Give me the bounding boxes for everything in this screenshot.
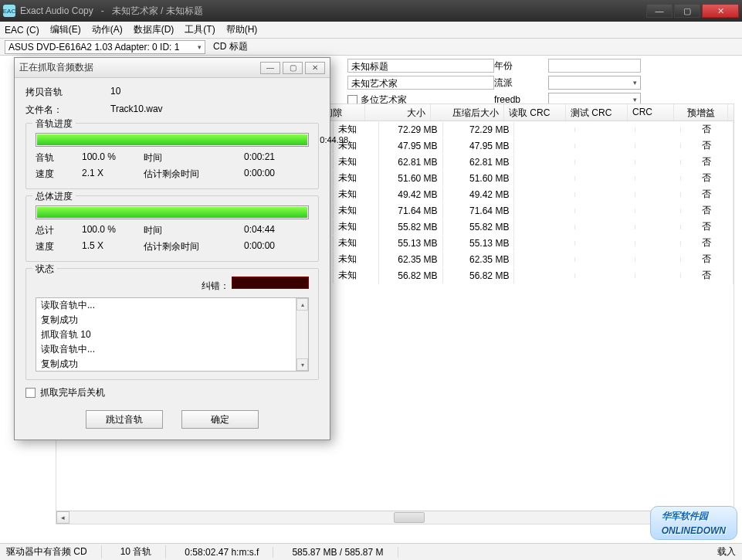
- window-title: Exact Audio Copy - 未知艺术家 / 未知标题: [20, 5, 646, 18]
- scroll-up-icon[interactable]: ▴: [296, 298, 308, 311]
- total-eta-label: 估计剩余时间: [144, 240, 221, 253]
- shutdown-checkbox[interactable]: [25, 388, 36, 398]
- scroll-left-icon[interactable]: ◂: [56, 511, 69, 524]
- year-input[interactable]: [548, 59, 641, 73]
- dialog-close-button[interactable]: ✕: [305, 62, 325, 74]
- status-group: 状态 纠错： 读取音轨中... 复制成功抓取音轨 10 读取音轨中... 复制成…: [25, 268, 319, 380]
- cd-title-label: CD 标题: [213, 40, 248, 53]
- menu-edit[interactable]: 编辑(E): [50, 23, 81, 36]
- log-scrollbar[interactable]: ▴ ▾: [296, 298, 308, 371]
- status-legend: 状态: [32, 263, 57, 276]
- col-tcrc[interactable]: 测试 CRC: [566, 104, 628, 120]
- menu-tools[interactable]: 工具(T): [185, 23, 215, 36]
- drive-select[interactable]: ASUS DVD-E616A2 1.03 Adapter: 0 ID: 1: [5, 40, 205, 54]
- dialog-maximize-button[interactable]: ▢: [283, 62, 303, 74]
- error-correction-label: 纠错：: [202, 280, 229, 291]
- log-listbox[interactable]: 读取音轨中... 复制成功抓取音轨 10 读取音轨中... 复制成功音频抓取已完…: [36, 297, 309, 372]
- horizontal-scrollbar[interactable]: ◂ ▸: [56, 511, 734, 524]
- speed-value: 2.1 X: [82, 168, 144, 181]
- scroll-thumb[interactable]: [394, 512, 425, 523]
- filename-value: Track10.wav: [110, 104, 163, 117]
- total-progress-legend: 总体进度: [32, 190, 76, 203]
- track-progress-group: 音轨进度 0:44.98 音轨 100.0 % 时间 0:00:21 速度 2.…: [25, 123, 319, 189]
- total-progress-group: 总体进度 总计 100.0 % 时间 0:04:44 速度 1.5 X 估计剩余…: [25, 195, 319, 262]
- log-line[interactable]: 复制成功: [36, 313, 308, 328]
- eta-value: 0:00:00: [221, 168, 275, 181]
- track-label: 音轨: [36, 151, 82, 165]
- genre-label: 流派: [494, 76, 548, 90]
- total-time-value: 0:04:44: [221, 224, 275, 237]
- extract-dialog: 正在抓取音频数据 — ▢ ✕ 拷贝音轨10 文件名：Track10.wav 音轨…: [14, 57, 330, 440]
- col-comp[interactable]: 压缩后大小: [431, 104, 504, 120]
- speed-label: 速度: [36, 168, 82, 181]
- total-progressbar: [36, 205, 309, 219]
- genre-select[interactable]: [548, 76, 641, 90]
- toolbar: ASUS DVD-E616A2 1.03 Adapter: 0 ID: 1 CD…: [0, 39, 742, 56]
- eta-label: 估计剩余时间: [144, 168, 221, 181]
- track-time-label: 时间: [144, 151, 221, 165]
- col-rcrc[interactable]: 读取 CRC: [504, 104, 566, 120]
- status-drive: 驱动器中有音频 CD: [6, 545, 102, 558]
- app-icon: EAC: [3, 5, 15, 17]
- total-percent: 100.0 %: [82, 224, 144, 237]
- year-label: 年份: [494, 59, 548, 73]
- error-indicator: [232, 277, 309, 289]
- scroll-down-icon[interactable]: ▾: [296, 358, 308, 371]
- close-button[interactable]: ✕: [702, 4, 739, 18]
- log-line[interactable]: 复制成功: [36, 357, 308, 372]
- copy-track-value: 10: [110, 86, 120, 99]
- log-line[interactable]: 读取音轨中...: [36, 298, 308, 313]
- log-line[interactable]: 抓取音轨 10: [36, 328, 308, 342]
- status-load: 载入: [717, 545, 736, 558]
- total-eta-value: 0:00:00: [221, 240, 275, 253]
- log-line[interactable]: 读取音轨中...: [36, 342, 308, 357]
- minimize-button[interactable]: —: [646, 4, 673, 18]
- col-size[interactable]: 大小: [365, 104, 431, 120]
- col-crc[interactable]: CRC: [628, 104, 674, 120]
- track-progressbar: 0:44.98: [36, 133, 309, 147]
- ok-button[interactable]: 确定: [181, 410, 259, 429]
- track-percent: 100.0 %: [82, 151, 144, 165]
- status-duration: 0:58:02.47 h:m:s.f: [185, 547, 273, 558]
- track-progress-legend: 音轨进度: [32, 117, 76, 131]
- titlebar: EAC Exact Audio Copy - 未知艺术家 / 未知标题 — ▢ …: [0, 0, 742, 22]
- dialog-titlebar: 正在抓取音频数据 — ▢ ✕: [15, 58, 330, 78]
- skip-track-button[interactable]: 跳过音轨: [86, 410, 163, 429]
- dialog-minimize-button[interactable]: —: [260, 62, 280, 74]
- menu-action[interactable]: 动作(A): [92, 23, 123, 36]
- maximize-button[interactable]: ▢: [674, 4, 700, 18]
- track-time-value: 0:00:21: [221, 151, 275, 165]
- scroll-right-icon[interactable]: ▸: [720, 511, 734, 524]
- total-label: 总计: [36, 224, 82, 237]
- artist-input[interactable]: 未知艺术家: [347, 76, 494, 90]
- total-time-label: 时间: [144, 224, 221, 237]
- status-tracks: 10 音轨: [120, 545, 167, 558]
- shutdown-label: 抓取完毕后关机: [40, 386, 105, 399]
- copy-track-label: 拷贝音轨: [25, 86, 110, 99]
- menu-help[interactable]: 帮助(H): [226, 23, 258, 36]
- total-speed-label: 速度: [36, 240, 82, 253]
- col-pregain[interactable]: 预增益: [674, 104, 728, 120]
- status-bar: 驱动器中有音频 CD 10 音轨 0:58:02.47 h:m:s.f 585.…: [0, 543, 742, 560]
- total-speed-value: 1.5 X: [82, 240, 144, 253]
- menu-database[interactable]: 数据库(D): [134, 23, 174, 36]
- menu-eac[interactable]: EAC (C): [5, 25, 39, 36]
- status-size: 585.87 MB / 585.87 M: [292, 547, 398, 558]
- title-input[interactable]: 未知标题: [347, 59, 494, 73]
- menubar: EAC (C) 编辑(E) 动作(A) 数据库(D) 工具(T) 帮助(H): [0, 22, 742, 39]
- filename-label: 文件名：: [25, 104, 110, 117]
- dialog-title: 正在抓取音频数据: [19, 61, 258, 74]
